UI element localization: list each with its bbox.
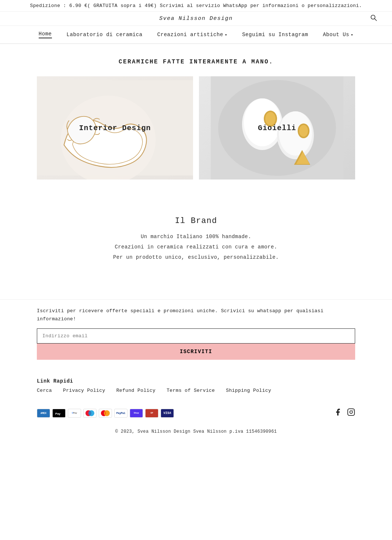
- nav-creazioni[interactable]: Creazioni artistiche ▾: [157, 32, 227, 38]
- instagram-icon[interactable]: [347, 408, 355, 418]
- copyright: © 2023, Svea Nilsson Design Svea Nilsson…: [0, 425, 392, 442]
- product-card-gioielli[interactable]: Gioielli: [199, 76, 355, 180]
- card-interior-label: Interior Design: [79, 124, 151, 132]
- newsletter-text: Iscriviti per ricevere offerte speciali …: [37, 307, 355, 323]
- footer-link-shipping[interactable]: Shipping Policy: [226, 388, 271, 393]
- brand-line-3: Per un prodotto unico, esclusivo, person…: [37, 252, 355, 262]
- nav-home[interactable]: Home: [39, 31, 52, 38]
- banner-text: Spedizione : 6.90 €( GRATUITA sopra i 49…: [30, 3, 362, 8]
- payment-shoppay: Shop: [130, 409, 143, 418]
- nav-laboratorio[interactable]: Laboratorio di ceramica: [67, 32, 143, 38]
- chevron-down-icon-2: ▾: [351, 32, 353, 37]
- main-heading: CERAMICHE FATTE INTERAMENTE A MANO.: [37, 59, 355, 65]
- payment-unionpay: UP: [145, 409, 158, 418]
- brand-line-2: Creazioni in ceramica realizzati con cur…: [37, 242, 355, 252]
- brand-line-1: Un marchio Italiano 100% handmade.: [37, 231, 355, 242]
- footer-link-privacy[interactable]: Privacy Policy: [63, 388, 105, 393]
- newsletter-section: Iscriviti per ricevere offerte speciali …: [0, 299, 392, 371]
- payment-visa: VISA: [161, 409, 174, 418]
- svg-rect-21: [348, 409, 354, 415]
- payment-mastercard: [99, 409, 112, 418]
- subscribe-button[interactable]: ISCRIVITI: [37, 344, 355, 360]
- svg-point-0: [371, 15, 375, 19]
- facebook-icon[interactable]: [334, 408, 342, 418]
- nav-about[interactable]: About Us ▾: [323, 32, 353, 38]
- main-content: CERAMICHE FATTE INTERAMENTE A MANO.: [0, 44, 392, 299]
- footer-link-refund[interactable]: Refund Policy: [116, 388, 156, 393]
- nav-instagram[interactable]: Seguimi su Instagram: [242, 32, 308, 38]
- product-card-interior[interactable]: Interior Design: [37, 76, 193, 180]
- payment-googlepay: GPay: [68, 409, 81, 418]
- payment-paypal: PayPal: [114, 409, 127, 418]
- footer-link-cerca[interactable]: Cerca: [37, 388, 52, 393]
- payment-amex: AMEX: [37, 409, 50, 418]
- social-icons: [334, 408, 355, 418]
- brand-description: Un marchio Italiano 100% handmade. Creaz…: [37, 231, 355, 262]
- product-grid: Interior Design: [37, 76, 355, 180]
- main-nav: Home Laboratorio di ceramica Creazioni a…: [0, 26, 392, 44]
- top-banner: Spedizione : 6.90 €( GRATUITA sopra i 49…: [0, 0, 392, 12]
- footer-links-section: Link Rapidi Cerca Privacy Policy Refund …: [0, 371, 392, 401]
- payment-icons: AMEX Pay GPay PayPal Shop UP VISA: [37, 409, 174, 418]
- brand-section: Il Brand Un marchio Italiano 100% handma…: [37, 202, 355, 285]
- svg-point-23: [353, 410, 353, 411]
- site-logo[interactable]: Svea Nilsson Design: [159, 15, 233, 22]
- quick-links-title: Link Rapidi: [37, 378, 355, 384]
- svg-point-13: [299, 125, 308, 137]
- payment-maestro: [83, 409, 97, 418]
- svg-point-20: [104, 410, 110, 416]
- svg-text:Pay: Pay: [55, 412, 61, 415]
- footer-bottom: AMEX Pay GPay PayPal Shop UP VISA: [0, 401, 392, 425]
- chevron-down-icon: ▾: [225, 32, 227, 37]
- svg-line-1: [375, 19, 377, 21]
- search-button[interactable]: [370, 14, 377, 23]
- footer-links-list: Cerca Privacy Policy Refund Policy Terms…: [37, 388, 355, 393]
- footer-link-terms[interactable]: Terms of Service: [167, 388, 215, 393]
- brand-title: Il Brand: [37, 216, 355, 226]
- payment-applepay: Pay: [52, 409, 66, 418]
- email-input[interactable]: [37, 328, 355, 344]
- svg-point-22: [350, 411, 352, 414]
- header: Svea Nilsson Design: [0, 12, 392, 26]
- card-gioielli-label: Gioielli: [258, 124, 296, 132]
- svg-point-18: [88, 410, 94, 416]
